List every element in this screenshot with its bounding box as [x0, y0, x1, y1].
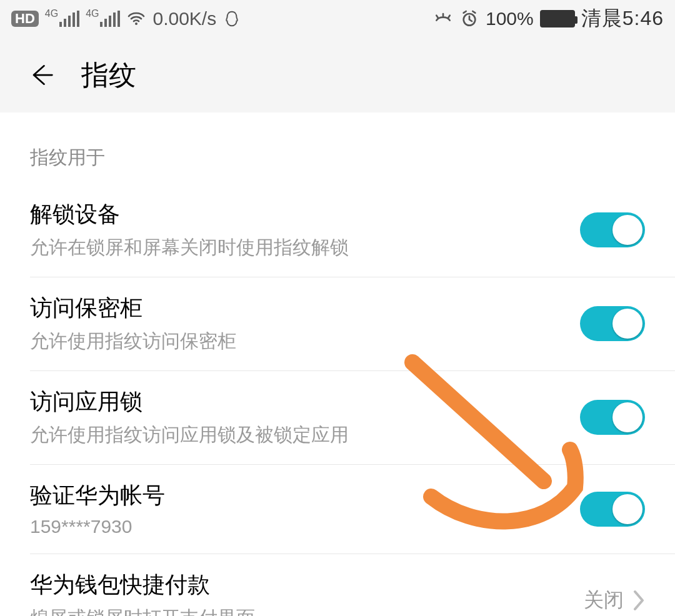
- signal-bars-icon: [100, 11, 120, 27]
- content-area: 指纹用于 解锁设备 允许在锁屏和屏幕关闭时使用指纹解锁 访问保密柜 允许使用指纹…: [0, 112, 675, 616]
- alarm-icon: [459, 9, 479, 29]
- row-text: 验证华为帐号 159****7930: [30, 480, 165, 537]
- page-title: 指纹: [81, 57, 136, 94]
- status-bar-right: 100% 清晨5:46: [433, 5, 664, 32]
- chevron-right-icon: [632, 589, 645, 612]
- row-subtitle: 熄屏或锁屏时打开支付界面: [30, 605, 255, 616]
- back-button[interactable]: [25, 59, 56, 91]
- battery-icon: [540, 10, 575, 27]
- svg-point-0: [135, 22, 138, 25]
- toggle-knob: [612, 402, 642, 432]
- toggle-knob: [612, 215, 642, 245]
- wifi-icon: [126, 9, 146, 29]
- signal-1: 4G: [45, 11, 79, 27]
- row-text: 访问应用锁 允许使用指纹访问应用锁及被锁定应用: [30, 387, 349, 448]
- battery-percent: 100%: [486, 8, 534, 29]
- status-bar: HD 4G 4G 0.00K/s 100% 清晨5:46: [0, 0, 675, 37]
- row-unlock-device[interactable]: 解锁设备 允许在锁屏和屏幕关闭时使用指纹解锁: [0, 183, 675, 277]
- row-access-safe[interactable]: 访问保密柜 允许使用指纹访问保密柜: [0, 277, 675, 370]
- eye-comfort-icon: [433, 9, 453, 29]
- row-title: 华为钱包快捷付款: [30, 570, 255, 600]
- toggle-unlock-device[interactable]: [580, 212, 645, 247]
- toggle-knob: [612, 494, 642, 524]
- toggle-app-lock[interactable]: [580, 400, 645, 435]
- row-app-lock[interactable]: 访问应用锁 允许使用指纹访问应用锁及被锁定应用: [0, 370, 675, 464]
- row-subtitle: 159****7930: [30, 516, 165, 537]
- page-header: 指纹: [0, 37, 675, 112]
- row-text: 华为钱包快捷付款 熄屏或锁屏时打开支付界面: [30, 570, 255, 616]
- status-bar-left: HD 4G 4G 0.00K/s: [11, 8, 241, 29]
- signal-2-label: 4G: [86, 8, 99, 19]
- qq-penguin-icon: [222, 9, 241, 28]
- signal-bars-icon: [59, 11, 79, 27]
- row-text: 访问保密柜 允许使用指纹访问保密柜: [30, 293, 236, 354]
- row-subtitle: 允许在锁屏和屏幕关闭时使用指纹解锁: [30, 235, 349, 261]
- row-subtitle: 允许使用指纹访问保密柜: [30, 329, 236, 354]
- row-status-link[interactable]: 关闭: [584, 587, 645, 614]
- row-title: 验证华为帐号: [30, 480, 165, 511]
- signal-1-label: 4G: [45, 8, 58, 19]
- arrow-left-icon: [27, 61, 54, 89]
- network-speed: 0.00K/s: [152, 8, 216, 29]
- row-title: 访问保密柜: [30, 293, 236, 324]
- row-title: 访问应用锁: [30, 387, 349, 417]
- toggle-access-safe[interactable]: [580, 306, 645, 341]
- row-title: 解锁设备: [30, 199, 349, 230]
- row-subtitle: 允许使用指纹访问应用锁及被锁定应用: [30, 422, 349, 448]
- clock: 清晨5:46: [581, 5, 664, 32]
- row-wallet-quickpay[interactable]: 华为钱包快捷付款 熄屏或锁屏时打开支付界面 关闭: [0, 554, 675, 616]
- toggle-knob: [612, 309, 642, 339]
- signal-2: 4G: [86, 11, 120, 27]
- row-verify-huawei-id[interactable]: 验证华为帐号 159****7930: [0, 464, 675, 554]
- toggle-verify-huawei-id[interactable]: [580, 492, 645, 527]
- hd-badge: HD: [11, 11, 39, 27]
- row-text: 解锁设备 允许在锁屏和屏幕关闭时使用指纹解锁: [30, 199, 349, 261]
- section-label: 指纹用于: [0, 112, 675, 183]
- row-status-text: 关闭: [584, 587, 624, 614]
